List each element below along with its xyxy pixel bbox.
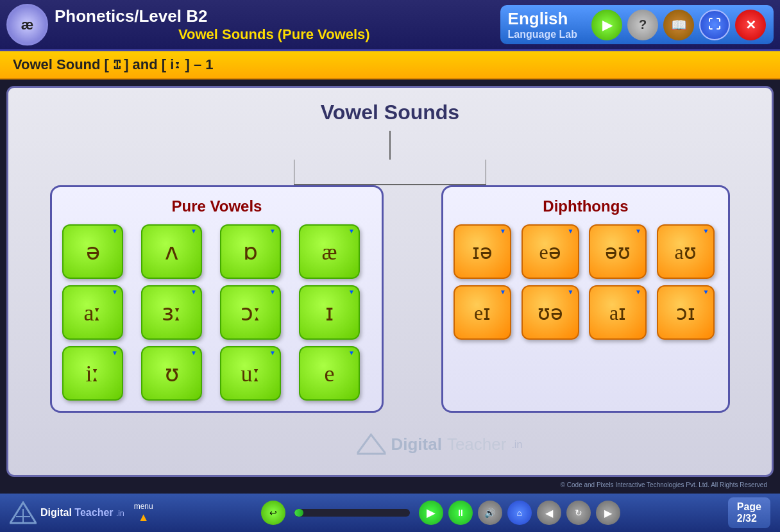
- vowel-tree: Vowel Sounds: [21, 101, 759, 185]
- main-diagram-title: Vowel Sounds: [321, 101, 459, 124]
- diphthong-btn-au-schwa[interactable]: əʊ: [589, 224, 647, 279]
- watermark-suffix: .in: [511, 439, 522, 451]
- pure-vowels-grid: ə ʌ ɒ æ aː ɜː ɔː ɪ iː ʊ uː e: [62, 224, 371, 401]
- main-title: Phonetics/Level B2: [55, 6, 494, 26]
- header: æ Phonetics/Level B2 Vowel Sounds (Pure …: [0, 0, 780, 51]
- diphthongs-grid: ɪə eə əʊ aʊ eɪ ʊə aɪ ɔɪ: [454, 224, 718, 340]
- next-button[interactable]: ▶: [596, 501, 620, 525]
- footer-logo-text: Digital Teacher .in: [40, 507, 124, 519]
- footer-logo-icon: [10, 501, 37, 524]
- sound-btn-small-i[interactable]: ɪ: [299, 285, 360, 340]
- footer-controls: ↩ ▶ ⏸ 🔊 ⌂ ◀ ↻ ▶: [153, 501, 728, 525]
- sound-btn-i-long[interactable]: iː: [62, 346, 123, 401]
- diphthong-btn-au[interactable]: aʊ: [657, 224, 715, 279]
- tree-right-vert: [486, 160, 486, 185]
- page-indicator: Page 2/32: [728, 497, 770, 528]
- sub-title: Vowel Sounds (Pure Vowels): [55, 26, 494, 43]
- language-lab-label: Language Lab: [508, 29, 577, 40]
- sound-btn-o-long[interactable]: ɔː: [220, 285, 281, 340]
- app-logo: æ: [6, 4, 48, 46]
- diphthong-btn-ua[interactable]: ʊə: [521, 285, 579, 340]
- tree-line-top: [389, 131, 391, 160]
- digital-text: Digital: [40, 507, 72, 518]
- sound-btn-wedge[interactable]: ʌ: [141, 224, 202, 279]
- sound-btn-ash[interactable]: æ: [299, 224, 360, 279]
- suffix-text: .in: [116, 509, 124, 518]
- house-button[interactable]: ⌂: [507, 501, 532, 525]
- menu-arrow-icon: ▲: [138, 511, 149, 524]
- diphthongs-box: Diphthongs ɪə eə əʊ aʊ eɪ ʊə aɪ ɔɪ: [441, 185, 730, 413]
- volume-button[interactable]: 🔊: [478, 501, 502, 525]
- play-button[interactable]: ▶: [419, 501, 443, 525]
- help-button[interactable]: ?: [627, 10, 658, 40]
- diphthong-btn-ai[interactable]: aɪ: [589, 285, 647, 340]
- copyright-text: © Code and Pixels Interactive Technologi…: [561, 481, 767, 488]
- sound-btn-u-long[interactable]: uː: [220, 346, 281, 401]
- tree-left-vert: [294, 160, 294, 185]
- menu-button[interactable]: menu ▲: [134, 502, 153, 524]
- home-ctrl-button[interactable]: ↩: [261, 501, 285, 525]
- diphthong-btn-ei[interactable]: eɪ: [454, 285, 511, 340]
- watermark-digital: Digital: [391, 435, 441, 454]
- book-button[interactable]: 📖: [663, 10, 694, 40]
- page-number: 2/32: [737, 513, 757, 524]
- refresh-button[interactable]: ↻: [566, 501, 591, 525]
- sound-btn-open-o[interactable]: ɒ: [220, 224, 281, 279]
- header-right-panel: English Language Lab ▶ ? 📖 ⛶ ✕: [500, 5, 774, 44]
- teacher-text: Teacher: [74, 507, 113, 518]
- prev-button[interactable]: ◀: [537, 501, 561, 525]
- sound-btn-e[interactable]: e: [299, 346, 360, 401]
- menu-label: menu: [134, 502, 153, 511]
- expand-button[interactable]: ⛶: [699, 10, 730, 40]
- subtitle-bar: Vowel Sound [ Ɪ ] and [ iː ] – 1: [0, 51, 780, 79]
- footer: Digital Teacher .in menu ▲ ↩ ▶ ⏸ 🔊 ⌂ ◀ ↻…: [0, 494, 780, 532]
- vowel-boxes-row: Pure Vowels ə ʌ ɒ æ aː ɜː ɔː ɪ iː ʊ uː e…: [21, 185, 759, 413]
- english-label: English: [508, 9, 580, 29]
- progress-fill: [294, 509, 303, 517]
- svg-marker-0: [357, 435, 386, 454]
- diphthong-btn-ia[interactable]: ɪə: [454, 224, 511, 279]
- sound-btn-open-e-long[interactable]: ɜː: [141, 285, 202, 340]
- header-title-block: Phonetics/Level B2 Vowel Sounds (Pure Vo…: [55, 6, 494, 43]
- sound-btn-schwa[interactable]: ə: [62, 224, 123, 279]
- header-buttons: ▶ ? 📖 ⛶ ✕: [591, 10, 766, 40]
- tree-branch-line: [127, 160, 653, 185]
- subtitle-text: Vowel Sound [ Ɪ ] and [ iː ] – 1: [13, 56, 214, 72]
- progress-bar: [294, 509, 410, 517]
- footer-logo: Digital Teacher .in: [10, 501, 124, 524]
- pause-button[interactable]: ⏸: [448, 501, 473, 525]
- watermark-icon: [357, 433, 386, 456]
- play-header-button[interactable]: ▶: [591, 10, 622, 40]
- close-button[interactable]: ✕: [735, 10, 766, 40]
- diphthong-btn-oi[interactable]: ɔɪ: [657, 285, 715, 340]
- main-content-area: Vowel Sounds Pure Vowels ə ʌ ɒ æ aː ɜː ɔ…: [6, 86, 774, 477]
- sound-btn-a-long[interactable]: aː: [62, 285, 123, 340]
- diphthongs-title: Diphthongs: [454, 197, 718, 215]
- watermark: Digital Teacher .in: [357, 433, 522, 456]
- page-label: Page: [737, 501, 761, 512]
- pure-vowels-box: Pure Vowels ə ʌ ɒ æ aː ɜː ɔː ɪ iː ʊ uː e: [50, 185, 384, 413]
- diphthong-btn-ea[interactable]: eə: [521, 224, 579, 279]
- watermark-teacher: Teacher: [447, 435, 507, 454]
- pure-vowels-title: Pure Vowels: [62, 197, 371, 215]
- sound-btn-small-u[interactable]: ʊ: [141, 346, 202, 401]
